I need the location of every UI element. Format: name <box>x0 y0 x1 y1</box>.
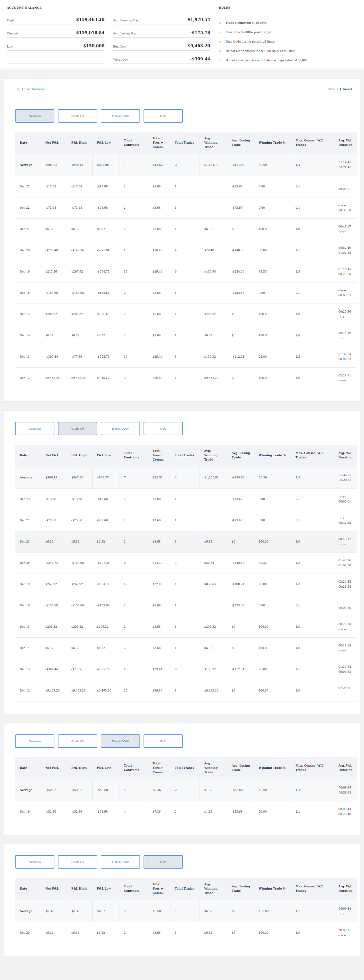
cell-total-contracts: 16 <box>119 659 148 680</box>
duration-loss: 00:00:01 <box>339 499 354 504</box>
cell-winning-trade-pct: 40.00 <box>254 154 291 176</box>
cell-total-contracts: 2 <box>119 218 148 240</box>
cell-max-consec: 0/1 <box>291 197 334 218</box>
table-row[interactable]: Dec 16 -$153.68 -$153.68 -$153.68 2 $3.6… <box>15 595 357 616</box>
table-row[interactable]: Dec 12 $9,463.20 $9,463.20 $9,463.20 20 … <box>15 680 357 701</box>
rule-item: ✓ Trade a minimum of 10 days <box>219 18 338 27</box>
duration-loss: 01:02:38 <box>339 563 354 568</box>
table-row[interactable]: Dec 20 -$244.72 -$153.68 -$297.36 8 $14.… <box>15 552 357 574</box>
table-head: Date Net P&L P&L High P&L Low Total Cont… <box>15 445 357 466</box>
cell-total-fees: $3.68 <box>148 176 170 197</box>
cell-total-contracts: 2 <box>119 488 148 510</box>
instrument-tab[interactable]: Crude Oil <box>58 855 97 869</box>
table-row[interactable]: Dec 12 $9,463.20 $9,463.20 $9,463.20 20 … <box>15 368 357 389</box>
instrument-tab[interactable]: E-mini DOW <box>101 109 140 123</box>
check-icon: ✓ <box>219 21 221 25</box>
cell-pnl-low: $6.32 <box>92 637 119 659</box>
duration-win: 00:14:19 <box>339 643 354 648</box>
cell-max-consec: 1/2 <box>291 552 334 574</box>
cell-avg-wl-duration: 01:37:34 00:09:33 <box>334 346 357 368</box>
instrument-tab[interactable]: Gold <box>143 422 183 435</box>
instrument-tab[interactable]: E-mini DOW <box>101 422 140 435</box>
cell-total-trades: 1 <box>170 922 200 943</box>
cell-avg-losing-trade: -$188.24 <box>227 574 254 595</box>
instrument-tab[interactable]: Overview <box>15 109 54 123</box>
instrument-tab[interactable]: Overview <box>15 734 54 748</box>
table-row[interactable]: Dec 19 -$52.36 -$52.36 -$53.68 4 $7.36 2… <box>15 801 357 822</box>
table-row[interactable]: Dec 22 -$73.68 -$73.68 -$73.68 2 $3.68 1… <box>15 197 357 218</box>
instrument-tab[interactable]: Gold <box>143 855 183 869</box>
instrument-tab[interactable]: Crude Oil <box>58 734 97 748</box>
instrument-tab[interactable]: Crude Oil <box>58 422 97 435</box>
column-header: Net P&L <box>41 445 67 466</box>
cell-pnl-low: -$73.68 <box>92 510 119 531</box>
cell-pnl-high: $947.80 <box>67 466 92 488</box>
column-header: Avg. Winning Trade <box>200 757 227 779</box>
stat-value: $150,000 <box>83 43 105 48</box>
table-row[interactable]: Average -$52.36 -$52.36 -$53.68 4 $7.36 … <box>15 779 357 801</box>
duration-loss: --:--:-- <box>339 314 354 319</box>
table-row[interactable]: Average $906.49 $947.80 $802.33 7 $12.51… <box>15 466 357 488</box>
table-row[interactable]: Dec 23 -$13.68 -$13.68 -$13.68 2 $3.68 1… <box>15 176 357 197</box>
cell-total-trades: 1 <box>170 616 200 637</box>
column-header: Total Trades <box>170 445 200 466</box>
column-header: Avg. Losing Trade <box>227 445 254 466</box>
duration-loss: 00:21:16 <box>339 165 355 170</box>
table-row[interactable]: Dec 20 -$230.40 -$147.36 -$291.04 10 $18… <box>15 240 357 261</box>
table-row[interactable]: Dec 15 $206.32 $206.32 $206.32 2 $3.68 1… <box>15 304 357 325</box>
cell-total-fees: $3.68 <box>148 197 170 218</box>
table-row[interactable]: Dec 14 $6.32 $6.32 $6.32 2 $3.68 1 $6.32… <box>15 637 357 659</box>
table-header-row: Date Net P&L P&L High P&L Low Total Cont… <box>15 757 357 779</box>
cell-pnl-low: -$13.68 <box>92 176 119 197</box>
column-header: Avg. Losing Trade <box>227 132 254 154</box>
instrument-tab[interactable]: Overview <box>15 855 54 869</box>
cell-net-pnl: -$230.40 <box>41 240 67 261</box>
rule-item: ✓ Only trade during permitted times <box>219 37 338 46</box>
cell-pnl-high: -$52.36 <box>67 779 92 801</box>
cell-net-pnl: -$153.68 <box>41 595 67 616</box>
cell-pnl-high: -$73.68 <box>67 510 92 531</box>
cell-pnl-low: -$73.68 <box>92 197 119 218</box>
table-row[interactable]: Dec 13 -$399.44 -$77.36 -$555.76 16 $29.… <box>15 659 357 680</box>
table-row[interactable]: Dec 19 $215.56 $267.92 -$564.72 16 $29.4… <box>15 261 357 282</box>
table-row[interactable]: Dec 23 -$13.68 -$13.68 -$13.68 2 $3.68 1… <box>15 488 357 510</box>
cell-avg-losing-trade: -$148.68 <box>227 552 254 574</box>
instrument-tab[interactable]: Overview <box>15 422 54 435</box>
cell-avg-winning-trade <box>200 488 227 510</box>
cell-total-trades: 2 <box>170 779 200 801</box>
instrument-tab[interactable]: E-mini DOW <box>101 734 140 748</box>
cell-total-contracts: 2 <box>119 197 148 218</box>
column-header: Avg. Losing Trade <box>227 757 254 779</box>
status-badge: Status: Closed <box>328 87 352 91</box>
column-header: P&L High <box>67 132 92 154</box>
cell-avg-wl-duration: 00:08:44 00:28:48 <box>334 779 357 801</box>
instrument-tab[interactable]: Gold <box>143 734 183 748</box>
table-row[interactable]: Dec 13 -$399.44 -$77.36 -$555.76 16 $29.… <box>15 346 357 368</box>
instrument-tab[interactable]: Gold <box>143 109 183 123</box>
title-spacer <box>113 6 210 11</box>
instrument-tab[interactable]: E-mini DOW <box>101 855 140 869</box>
cell-avg-winning-trade: $6.32 <box>200 531 227 552</box>
cell-total-contracts: 20 <box>119 368 148 389</box>
table-row[interactable]: Dec 14 $6.32 $6.32 $6.32 2 $3.68 1 $6.32… <box>15 325 357 346</box>
duration-loss: 00:28:48 <box>339 812 354 817</box>
table-row[interactable]: Dec 22 -$73.68 -$73.68 -$73.68 2 $3.68 1… <box>15 510 357 531</box>
table-row[interactable]: Average $901.88 $948.43 $802.96 7 $13.62… <box>15 154 357 176</box>
table-row[interactable]: Average $6.32 $6.32 $6.32 2 $3.68 1 $6.3… <box>15 900 357 922</box>
duration-loss: --:--:-- <box>339 933 354 938</box>
table-row[interactable]: Dec 15 $206.32 $206.32 $206.32 2 $3.68 1… <box>15 616 357 637</box>
cell-avg-winning-trade: $832.64 <box>200 574 227 595</box>
instrument-tab[interactable]: Crude Oil <box>58 109 97 123</box>
table-row[interactable]: Dec 19 $267.92 $267.92 -$564.72 12 $22.0… <box>15 574 357 595</box>
cell-winning-trade-pct: 50.00 <box>254 801 291 822</box>
table-row[interactable]: Dec 16 -$153.68 -$153.68 -$153.68 2 $3.6… <box>15 282 357 304</box>
cell-total-contracts: 2 <box>119 595 148 616</box>
column-header: Date <box>15 132 41 154</box>
column-header: P&L High <box>67 445 92 466</box>
table-row[interactable]: Dec 21 $6.32 $6.32 $6.32 2 $3.68 1 $6.32… <box>15 531 357 552</box>
cell-avg-winning-trade: $1.32 <box>200 801 227 822</box>
table-row[interactable]: Dec 21 $6.32 $6.32 $6.32 2 $3.68 1 $6.32… <box>15 218 357 240</box>
cell-avg-losing-trade: $0 <box>227 304 254 325</box>
cell-winning-trade-pct: 100.00 <box>254 368 291 389</box>
table-row[interactable]: Dec 20 $6.32 $6.32 $6.32 2 $3.68 1 $6.32… <box>15 922 357 943</box>
